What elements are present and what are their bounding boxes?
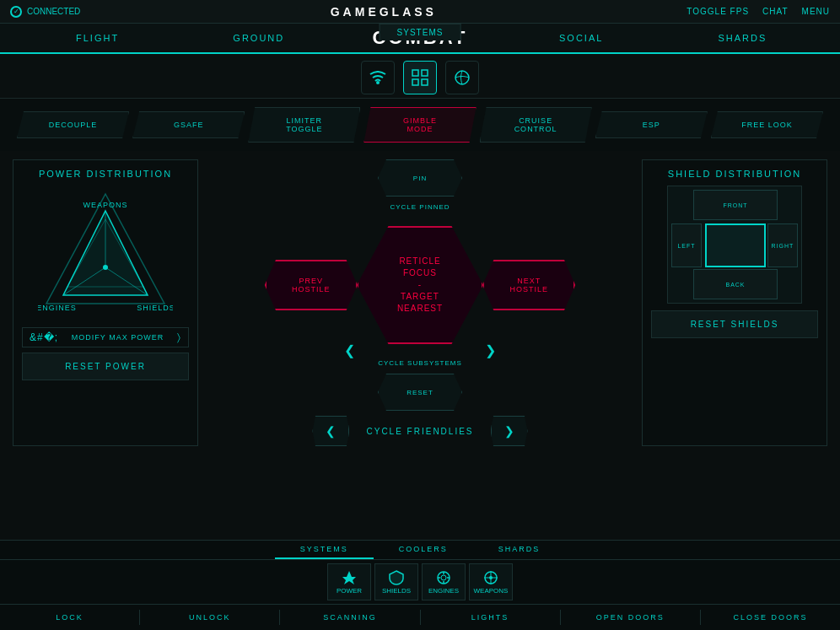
engines-icon-label: ENGINES xyxy=(428,587,459,595)
shield-center xyxy=(705,223,766,267)
svg-rect-4 xyxy=(422,79,428,85)
tab-shards[interactable]: SHARDS xyxy=(473,541,566,559)
weapons-icon-btn[interactable]: WEAPONS xyxy=(469,563,513,600)
svg-rect-1 xyxy=(412,70,418,76)
limiter-toggle-btn[interactable]: LIMITERTOGGLE xyxy=(248,107,360,143)
next-hostile-btn[interactable]: NEXTHOSTILE xyxy=(482,260,575,310)
reticle-focus-label: RETICLEFOCUS-TARGETNEAREST xyxy=(397,256,443,315)
weapons-icon-label: WEAPONS xyxy=(474,587,509,595)
open-doors-btn[interactable]: OPEN DOORS xyxy=(561,610,701,625)
connected-badge: CONNECTED xyxy=(10,6,80,18)
svg-point-0 xyxy=(376,81,380,84)
svg-text:WEAPONS: WEAPONS xyxy=(83,201,127,209)
shield-diagram: FRONT LEFT RIGHT BACK xyxy=(667,186,802,304)
cycle-subsystems-label: CYCLE SUBSYSTEMS xyxy=(378,359,462,367)
title-glass: GLASS xyxy=(380,5,437,19)
reset-shields-btn[interactable]: RESET SHIELDS xyxy=(651,310,818,338)
bottom-tabs: SYSTEMS COOLERS SHARDS xyxy=(0,541,840,560)
tab-systems[interactable]: SYSTEMS xyxy=(275,541,374,559)
connected-label: CONNECTED xyxy=(27,7,80,16)
power-icon-btn[interactable]: POWER xyxy=(327,563,371,600)
cycle-friendlies-next-btn[interactable]: ❯ xyxy=(491,416,528,446)
power-distribution-panel: POWER DISTRIBUTION WEAPONS SHIELDS ENGIN… xyxy=(13,159,198,446)
shields-icon-btn[interactable]: SHIELDS xyxy=(374,563,418,600)
top-right-actions: TOGGLE FPS CHAT MENU xyxy=(687,7,830,16)
shield-left[interactable]: LEFT xyxy=(671,223,702,267)
app-title: GAMEGLASS xyxy=(331,5,437,19)
cruise-control-btn[interactable]: CRUISECONTROL xyxy=(480,107,592,143)
svg-marker-15 xyxy=(342,571,356,584)
shield-front[interactable]: FRONT xyxy=(693,190,778,220)
pin-btn[interactable]: PIN xyxy=(378,159,462,197)
reset-power-btn[interactable]: RESET POWER xyxy=(22,353,189,380)
shield-panel-title: SHIELD DISTRIBUTION xyxy=(651,169,818,179)
svg-rect-3 xyxy=(412,79,418,85)
power-icon-label: POWER xyxy=(337,587,362,595)
shields-icon-label: SHIELDS xyxy=(382,587,411,595)
engines-icon-btn[interactable]: ENGINES xyxy=(422,563,466,600)
scanning-btn[interactable]: SCANNING xyxy=(280,610,420,625)
main-content: POWER DISTRIBUTION WEAPONS SHIELDS ENGIN… xyxy=(0,151,840,455)
leaf-icon-btn[interactable] xyxy=(445,61,479,94)
bottom-icons: POWER SHIELDS ENGINES xyxy=(0,560,840,605)
svg-text:ENGINES: ENGINES xyxy=(38,304,77,312)
cycle-pinned-label: CYCLE PINNED xyxy=(390,203,450,211)
decouple-btn[interactable]: DECOUPLE xyxy=(17,111,129,138)
title-game: GAME xyxy=(331,5,380,19)
secondary-nav xyxy=(0,54,840,99)
shield-right[interactable]: RIGHT xyxy=(767,223,798,267)
gimble-mode-btn[interactable]: GIMBLEMODE xyxy=(363,107,476,143)
gsafe-btn[interactable]: GSAFE xyxy=(132,111,245,138)
power-decrease-btn[interactable]: &#�; xyxy=(30,331,58,343)
esp-btn[interactable]: ESP xyxy=(595,111,708,138)
arrow-left-lower-btn[interactable]: ❮ xyxy=(344,342,355,358)
free-look-btn[interactable]: FREE LOOK xyxy=(711,111,823,138)
func-row: DECOUPLE GSAFE LIMITERTOGGLE GIMBLEMODE … xyxy=(0,99,840,151)
systems-tab[interactable]: SYSTEMS xyxy=(380,24,461,40)
reticle-focus-btn[interactable]: RETICLEFOCUS-TARGETNEAREST xyxy=(357,226,483,344)
chat-button[interactable]: CHAT xyxy=(762,7,788,16)
power-triangle: WEAPONS SHIELDS ENGINES xyxy=(38,186,173,320)
cycle-friendlies-prev-btn[interactable]: ❮ xyxy=(312,416,349,446)
bottom-actions: LOCK UNLOCK SCANNING LIGHTS OPEN DOORS C… xyxy=(0,605,840,630)
targeting-panel: PIN CYCLE PINNED ❮ PREVHOSTILE RETICLEFO… xyxy=(207,159,633,446)
prev-hostile-btn[interactable]: PREVHOSTILE xyxy=(265,260,358,310)
nav-social[interactable]: SOCIAL xyxy=(501,26,662,50)
svg-text:SHIELDS: SHIELDS xyxy=(137,304,173,312)
shield-back[interactable]: BACK xyxy=(693,269,778,299)
nav-ground[interactable]: GROUND xyxy=(178,26,339,50)
svg-rect-2 xyxy=(422,70,428,76)
nav-shards[interactable]: SHARDS xyxy=(662,26,823,50)
svg-point-17 xyxy=(441,575,446,580)
reset-target-btn[interactable]: RESET xyxy=(378,374,462,411)
cycle-friendlies-row: ❮ CYCLE FRIENDLIES ❯ xyxy=(312,416,527,446)
arrow-right-lower-btn[interactable]: ❯ xyxy=(485,342,496,358)
power-controls: &#�; MODIFY MAX POWER 〉 xyxy=(22,327,189,347)
wifi-icon-btn[interactable] xyxy=(361,61,395,94)
menu-button[interactable]: MENU xyxy=(802,7,830,16)
connected-icon xyxy=(10,6,22,18)
unlock-btn[interactable]: UNLOCK xyxy=(140,610,280,625)
lights-btn[interactable]: LIGHTS xyxy=(421,610,561,625)
nav-flight[interactable]: FLIGHT xyxy=(17,26,178,50)
target-display: PIN CYCLE PINNED ❮ PREVHOSTILE RETICLEFO… xyxy=(260,159,580,411)
toggle-fps-button[interactable]: TOGGLE FPS xyxy=(687,7,749,16)
tab-coolers[interactable]: COOLERS xyxy=(374,541,473,559)
systems-nav: SYSTEMS FLIGHT GROUND COMBAT SOCIAL SHAR… xyxy=(0,24,840,54)
cycle-friendlies-label: CYCLE FRIENDLIES xyxy=(366,427,473,436)
close-doors-btn[interactable]: CLOSE DOORS xyxy=(701,610,840,625)
power-panel-title: POWER DISTRIBUTION xyxy=(22,169,189,179)
modify-max-power-label: MODIFY MAX POWER xyxy=(72,333,164,342)
lock-btn[interactable]: LOCK xyxy=(0,610,140,625)
grid-icon-btn[interactable] xyxy=(403,61,437,94)
shield-distribution-panel: SHIELD DISTRIBUTION FRONT LEFT RIGHT BAC… xyxy=(642,159,827,446)
power-increase-btn[interactable]: 〉 xyxy=(177,331,181,343)
bottom-section: SYSTEMS COOLERS SHARDS POWER SHIELDS xyxy=(0,540,840,630)
